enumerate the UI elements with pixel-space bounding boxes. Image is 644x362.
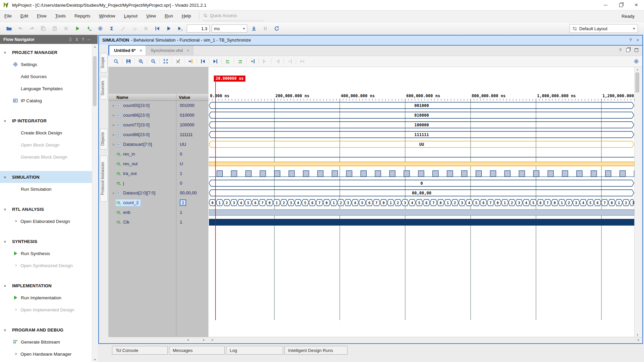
menu-file[interactable]: File — [0, 10, 16, 22]
go-to-time-cursor-icon[interactable] — [185, 57, 196, 66]
flow-section-ip-integrator[interactable]: >IP INTEGRATOR — [0, 115, 92, 127]
zoom-fit-icon[interactable] — [161, 57, 171, 66]
menu-reports[interactable]: Reports — [70, 10, 95, 22]
collapse-all-icon[interactable]: Ξ — [69, 37, 72, 42]
maximize-window-icon[interactable] — [635, 48, 638, 52]
vertical-scrollbar[interactable]: ▴ ▾ — [634, 67, 640, 337]
tab-objects[interactable]: Objects — [100, 129, 108, 149]
step-over-icon[interactable] — [249, 24, 259, 33]
signal-row-dataout2070[interactable]: >Dataout[2:0][7:0]00,00,00 — [108, 188, 208, 198]
flow-item-add-sources[interactable]: Add Sources — [0, 70, 92, 82]
quick-access-search[interactable]: Quick Access — [203, 12, 264, 21]
signal-row-j[interactable]: j0 — [108, 178, 208, 188]
simulation-settings-icon[interactable] — [95, 24, 105, 33]
flow-item-generate-bitstream[interactable]: Generate Bitstream — [0, 336, 92, 348]
cursor-time-label[interactable]: 20.000000 us — [214, 76, 245, 81]
minimize-button[interactable] — [598, 0, 613, 10]
expand-chevron-icon[interactable]: > — [111, 104, 116, 108]
open-project-icon[interactable] — [4, 24, 14, 33]
bottom-tab-tcl-console[interactable]: Tcl Console — [112, 346, 168, 355]
panel-help-icon[interactable]: ? — [629, 38, 632, 43]
simulation-time-input[interactable] — [187, 24, 210, 33]
flow-section-project-manager[interactable]: >PROJECT MANAGER — [0, 46, 92, 58]
tab-synchronize-vhd[interactable]: Synchronize.vhd × — [146, 46, 193, 55]
previous-transition-icon[interactable] — [198, 57, 208, 66]
selected-value-box[interactable]: 1 — [180, 199, 186, 206]
flow-section-implementation[interactable]: >IMPLEMENTATION — [0, 280, 92, 292]
scrollbar-thumb[interactable] — [93, 56, 97, 106]
tab-scope[interactable]: Scope — [100, 53, 108, 72]
close-icon[interactable]: × — [187, 48, 190, 53]
bottom-tab-log[interactable]: Log — [226, 346, 283, 355]
tab-protocol-instances[interactable]: Protocol Instances — [100, 156, 108, 202]
help-icon[interactable]: ? — [82, 37, 84, 42]
expand-collapse-icon[interactable]: ⇕ — [75, 37, 78, 42]
flow-item-language-templates[interactable]: Language Templates — [0, 82, 92, 95]
restore-button[interactable] — [613, 0, 629, 10]
flow-item-run-simulation[interactable]: Run Simulation — [0, 183, 92, 195]
zoom-in-icon[interactable] — [136, 57, 146, 66]
run-all-icon[interactable] — [164, 24, 174, 33]
run-icon[interactable] — [72, 24, 83, 33]
restart-icon[interactable] — [152, 24, 162, 33]
menu-help[interactable]: Help — [177, 10, 196, 22]
scroll-up-icon[interactable]: ▴ — [92, 45, 98, 48]
signal-row-datatouart70[interactable]: >Datatouart[7:0]UU — [108, 139, 208, 149]
relaunch-simulation-icon[interactable] — [272, 24, 282, 33]
step-simulation-icon[interactable]: 10 — [84, 24, 94, 33]
expand-chevron-icon[interactable]: > — [111, 113, 116, 117]
bottom-tab-messages[interactable]: Messages — [169, 346, 225, 355]
signal-row-count55230[interactable]: >count55[23:0]001000 — [108, 101, 208, 110]
tab-sources[interactable]: Sources — [100, 77, 108, 100]
scroll-down-icon[interactable]: ▾ — [635, 333, 640, 337]
flow-item-create-block-design[interactable]: Create Block Design — [0, 127, 92, 139]
layout-selector[interactable]: Default Layout ▾ — [570, 24, 638, 33]
scroll-right-icon[interactable]: ▸ — [636, 338, 641, 342]
add-marker-icon[interactable] — [248, 57, 258, 66]
menu-view[interactable]: View — [142, 10, 160, 22]
close-icon[interactable]: × — [140, 48, 142, 53]
signal-row-count_2[interactable]: count_21 — [108, 198, 208, 207]
save-waveform-icon[interactable] — [123, 57, 133, 66]
window-help-icon[interactable]: ? — [619, 48, 622, 53]
expand-chevron-icon[interactable]: > — [111, 142, 116, 146]
menu-edit[interactable]: Edit — [16, 10, 33, 22]
menu-run[interactable]: Run — [160, 10, 177, 22]
signal-row-res_in[interactable]: res_in0 — [108, 149, 208, 159]
close-button[interactable]: × — [629, 0, 644, 10]
signal-row-count77230[interactable]: >count77[23:0]100000 — [108, 120, 208, 130]
tab-untitled-6[interactable]: Untitled 6* × — [108, 46, 146, 55]
waveform-canvas[interactable]: 20.000000 us 0.000 ns200,000.000 ns400,0… — [209, 67, 634, 337]
signal-row-count88230[interactable]: >count88[23:0]111111 — [108, 130, 208, 139]
report-icon[interactable]: Σ — [107, 24, 117, 33]
expand-chevron-icon[interactable]: > — [111, 191, 116, 195]
flow-item-settings[interactable]: Settings — [0, 58, 92, 70]
scroll-left-icon[interactable]: ◂ — [210, 338, 214, 342]
swap-cursor-previous-icon[interactable] — [223, 57, 233, 66]
menu-tools[interactable]: Tools — [51, 10, 70, 22]
flow-item-run-synthesis[interactable]: Run Synthesis — [0, 247, 92, 259]
expand-chevron-icon[interactable]: > — [111, 133, 116, 137]
expand-chevron-icon[interactable]: > — [111, 123, 116, 127]
time-unit-select[interactable]: ms▾ — [212, 24, 247, 33]
run-for-time-icon[interactable]: (T) — [175, 24, 185, 33]
horizontal-scrollbar[interactable]: ◂ ▸ ◂ ▸ — [108, 337, 642, 343]
column-name[interactable]: Name — [116, 95, 173, 100]
flow-section-simulation[interactable]: >SIMULATION — [0, 171, 92, 183]
panel-close-icon[interactable]: × — [636, 38, 639, 43]
signal-row-clk[interactable]: Clk1 — [108, 217, 208, 227]
waveform-settings-gear-icon[interactable] — [634, 59, 639, 65]
flow-item-open-hardware-manager[interactable]: >Open Hardware Manager — [0, 348, 92, 360]
flow-section-rtl-analysis[interactable]: >RTL ANALYSIS — [0, 203, 92, 215]
float-window-icon[interactable] — [626, 48, 630, 52]
scroll-left-icon[interactable]: ◂ — [185, 338, 190, 342]
scroll-up-icon[interactable]: ▴ — [635, 68, 640, 71]
signal-row-tra_out[interactable]: tra_out1 — [108, 169, 208, 178]
signal-row-count66230[interactable]: >count66[23:0]010000 — [108, 110, 208, 120]
flow-section-synthesis[interactable]: >SYNTHESIS — [0, 235, 92, 247]
scroll-down-icon[interactable]: ▾ — [92, 358, 98, 361]
flow-item-open-elaborated-design[interactable]: >Open Elaborated Design — [0, 215, 92, 227]
signal-row-enb[interactable]: enb1 — [108, 207, 208, 217]
search-icon[interactable] — [111, 57, 121, 66]
flow-item-run-implementation[interactable]: Run Implementation — [0, 292, 92, 304]
